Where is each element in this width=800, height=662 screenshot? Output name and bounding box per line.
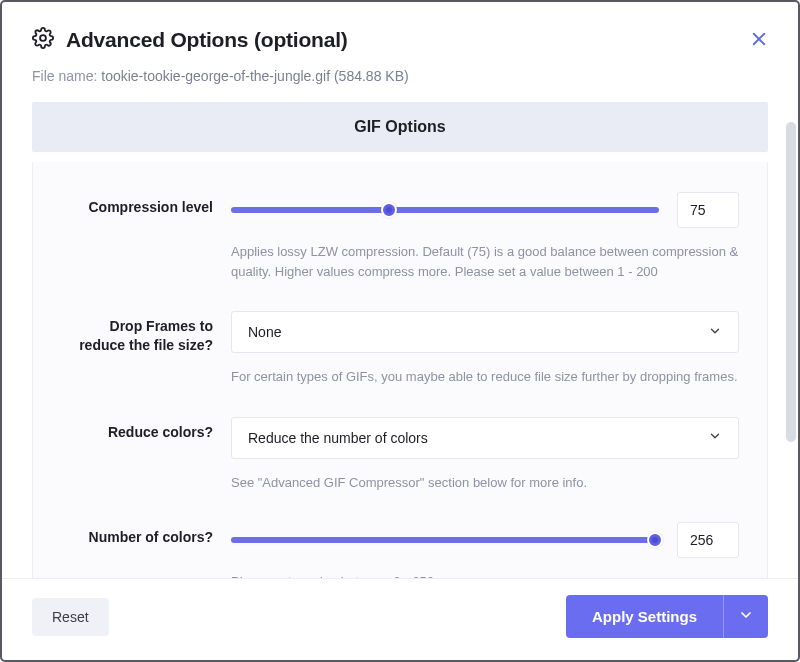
modal-header: Advanced Options (optional): [2, 2, 798, 68]
options-body: Compression level 75 Applies lossy LZW c…: [32, 162, 768, 578]
compression-hint: Applies lossy LZW compression. Default (…: [231, 242, 739, 281]
option-row-reduce-colors: Reduce colors? Reduce the number of colo…: [61, 417, 739, 493]
compression-slider[interactable]: [231, 201, 659, 219]
svg-point-0: [40, 35, 46, 41]
modal-title: Advanced Options (optional): [66, 28, 348, 52]
compression-label: Compression level: [61, 192, 231, 217]
chevron-down-icon: [738, 607, 754, 626]
reduce-colors-selected: Reduce the number of colors: [248, 430, 428, 446]
chevron-down-icon: [708, 324, 722, 341]
option-row-num-colors: Number of colors? 256 Please set a value…: [61, 522, 739, 578]
scrollbar[interactable]: [786, 122, 796, 442]
reduce-colors-select[interactable]: Reduce the number of colors: [231, 417, 739, 459]
compression-slider-thumb[interactable]: [381, 202, 397, 218]
close-icon: [750, 34, 768, 51]
drop-frames-select[interactable]: None: [231, 311, 739, 353]
num-colors-value-input[interactable]: 256: [677, 522, 739, 558]
file-name-line: File name: tookie-tookie-george-of-the-j…: [2, 68, 798, 102]
drop-frames-selected: None: [248, 324, 281, 340]
reduce-colors-label: Reduce colors?: [61, 417, 231, 442]
option-row-drop-frames: Drop Frames to reduce the file size? Non…: [61, 311, 739, 387]
file-name-label: File name:: [32, 68, 97, 84]
file-name-value: tookie-tookie-george-of-the-jungle.gif (…: [101, 68, 408, 84]
compression-value-input[interactable]: 75: [677, 192, 739, 228]
reduce-colors-hint: See "Advanced GIF Compressor" section be…: [231, 473, 739, 493]
advanced-options-modal: Advanced Options (optional) File name: t…: [0, 0, 800, 662]
options-scroll-area[interactable]: Compression level 75 Applies lossy LZW c…: [2, 152, 798, 578]
modal-footer: Reset Apply Settings: [2, 578, 798, 660]
apply-dropdown-button[interactable]: [723, 595, 768, 638]
chevron-down-icon: [708, 429, 722, 446]
drop-frames-label: Drop Frames to reduce the file size?: [61, 311, 231, 355]
close-button[interactable]: [750, 30, 768, 48]
option-row-compression: Compression level 75 Applies lossy LZW c…: [61, 192, 739, 281]
num-colors-hint: Please set a value between 2 - 256: [231, 572, 739, 578]
reset-button[interactable]: Reset: [32, 598, 109, 636]
drop-frames-hint: For certain types of GIFs, you maybe abl…: [231, 367, 739, 387]
apply-button-group: Apply Settings: [566, 595, 768, 638]
num-colors-slider-thumb[interactable]: [647, 532, 663, 548]
num-colors-label: Number of colors?: [61, 522, 231, 547]
section-banner: GIF Options: [32, 102, 768, 152]
apply-settings-button[interactable]: Apply Settings: [566, 595, 723, 638]
num-colors-slider[interactable]: [231, 531, 659, 549]
gear-icon: [32, 27, 54, 53]
